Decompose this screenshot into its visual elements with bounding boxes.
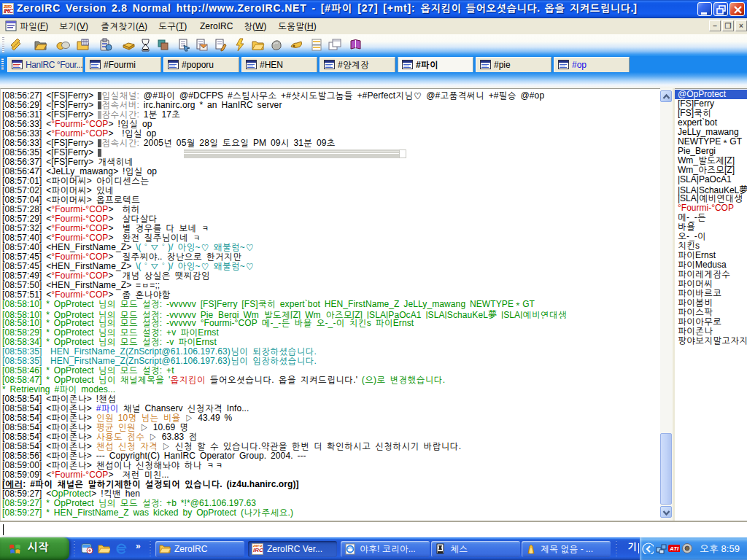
- svg-text:ATI: ATI: [669, 545, 679, 552]
